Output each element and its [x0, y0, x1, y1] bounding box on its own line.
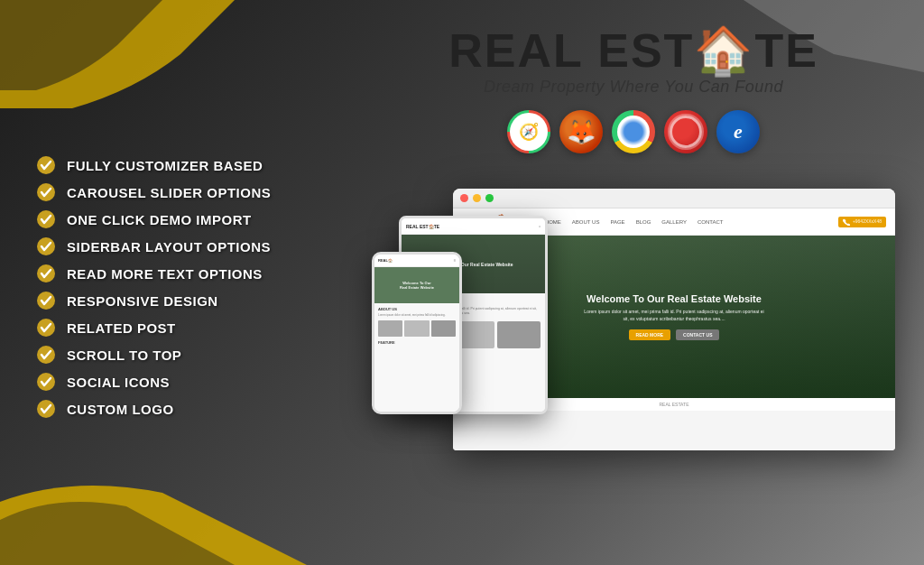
phone-images: [378, 320, 456, 337]
tablet-logo: REAL EST🏠TE: [406, 224, 439, 229]
check-icon-responsive: [36, 291, 56, 310]
feature-item-carousel: CAROUSEL SLIDER OPTIONS: [36, 182, 334, 202]
phone-feature: FEATURE: [378, 340, 456, 345]
browser-icon-chrome: [612, 110, 655, 153]
feature-text-scroll: SCROLL TO TOP: [67, 347, 181, 363]
nav-contact[interactable]: CONTACT: [698, 219, 724, 225]
feature-text-carousel: CAROUSEL SLIDER OPTIONS: [67, 185, 271, 200]
phone-img-3: [431, 320, 456, 337]
feature-text-demo: ONE CLICK DEMO IMPORT: [67, 212, 252, 227]
device-mockups: REAL EST🏠TEDream Property Where You Can …: [372, 171, 895, 450]
phone-feature-title: FEATURE: [378, 340, 456, 345]
hero-title: Welcome To Our Real Estate Website: [584, 293, 764, 304]
feature-list: FULLY CUSTOMIZER BASED CAROUSEL SLIDER O…: [36, 155, 334, 419]
feature-text-logo: CUSTOM LOGO: [67, 402, 174, 417]
browser-icons: 🧭 🦊 e: [507, 110, 760, 153]
tablet-nav: REAL EST🏠TE ≡: [402, 218, 545, 235]
phone-section-title: ABOUT US: [378, 307, 456, 311]
hero-description: Lorem ipsum dolor sit amet, mei prima fa…: [584, 309, 764, 322]
titlebar-dot-green: [485, 194, 494, 202]
phone-img-1: [378, 320, 402, 337]
nav-gallery[interactable]: GALLERY: [661, 219, 687, 225]
feature-item-related: RELATED POST: [36, 318, 334, 338]
check-icon-carousel: [36, 182, 56, 202]
feature-item-responsive: RESPONSIVE DESIGN: [36, 291, 334, 310]
titlebar-dot-yellow: [473, 194, 481, 202]
feature-item-scroll: SCROLL TO TOP: [36, 345, 334, 365]
check-icon-readmore: [36, 264, 56, 283]
feature-item-readmore: READ MORE TEXT OPTIONS: [36, 264, 334, 283]
desktop-titlebar: [453, 189, 895, 208]
check-icon-related: [36, 318, 56, 338]
main-content: FULLY CUSTOMIZER BASED CAROUSEL SLIDER O…: [0, 0, 924, 565]
check-icon-scroll: [36, 345, 56, 365]
left-panel: FULLY CUSTOMIZER BASED CAROUSEL SLIDER O…: [0, 0, 352, 565]
hero-contact-btn[interactable]: CONTACT US: [676, 329, 719, 340]
browser-icon-ie: e: [716, 110, 760, 153]
feature-text-related: RELATED POST: [67, 320, 176, 336]
site-logo-subtitle: Dream Property Where You Can Found: [448, 78, 818, 97]
feature-text-readmore: READ MORE TEXT OPTIONS: [67, 266, 263, 282]
nav-page[interactable]: PAGE: [610, 219, 624, 225]
phone-text: Lorem ipsum dolor sit amet, mei prima fa…: [378, 313, 456, 318]
nav-blog[interactable]: BLOG: [636, 219, 651, 225]
phone-mockup: REAL🏠 ≡ Welcome To OurReal Estate Websit…: [372, 252, 462, 414]
hero-content: Welcome To Our Real Estate Website Lorem…: [584, 293, 764, 340]
hero-buttons: READ MORE CONTACT US: [584, 329, 764, 340]
feature-item-customizer: FULLY CUSTOMIZER BASED: [36, 155, 334, 175]
check-icon-sidebar: [36, 236, 56, 256]
hero-read-more-btn[interactable]: READ MORE: [629, 329, 671, 340]
feature-text-responsive: RESPONSIVE DESIGN: [67, 293, 218, 309]
nav-about[interactable]: ABOUT US: [572, 219, 600, 225]
feature-item-sidebar: SIDERBAR LAYOUT OPTIONS: [36, 236, 334, 256]
check-icon-social: [36, 372, 56, 392]
phone-hero: Welcome To OurReal Estate Website: [374, 267, 459, 303]
logo-area: REAL EST🏠TE Dream Property Where You Can…: [448, 27, 818, 97]
call-button[interactable]: +9642XXxX48: [838, 217, 887, 227]
browser-icon-opera: [664, 110, 707, 153]
feature-item-demo: ONE CLICK DEMO IMPORT: [36, 209, 334, 229]
feature-item-logo: CUSTOM LOGO: [36, 399, 334, 419]
phone-body: ABOUT US Lorem ipsum dolor sit amet, mei…: [374, 303, 459, 350]
browser-icon-firefox: 🦊: [559, 110, 603, 153]
feature-text-sidebar: SIDERBAR LAYOUT OPTIONS: [67, 239, 271, 255]
site-logo-title: REAL EST🏠TE: [448, 27, 818, 74]
check-icon-logo: [36, 399, 56, 419]
browser-icon-safari: 🧭: [507, 110, 550, 153]
feature-text-social: SOCIAL ICONS: [67, 375, 170, 390]
phone-logo: REAL🏠: [378, 258, 393, 263]
titlebar-dot-red: [460, 194, 468, 202]
right-panel: REAL EST🏠TE Dream Property Where You Can…: [352, 0, 924, 565]
check-icon-customizer: [36, 155, 56, 175]
check-icon-demo: [36, 209, 56, 229]
phone-img-2: [404, 320, 429, 337]
phone-nav: REAL🏠 ≡: [374, 255, 459, 267]
feature-item-social: SOCIAL ICONS: [36, 372, 334, 392]
feature-text-customizer: FULLY CUSTOMIZER BASED: [67, 158, 263, 173]
phone-content: REAL🏠 ≡ Welcome To OurReal Estate Websit…: [374, 255, 459, 412]
tablet-img-3: [497, 321, 541, 348]
